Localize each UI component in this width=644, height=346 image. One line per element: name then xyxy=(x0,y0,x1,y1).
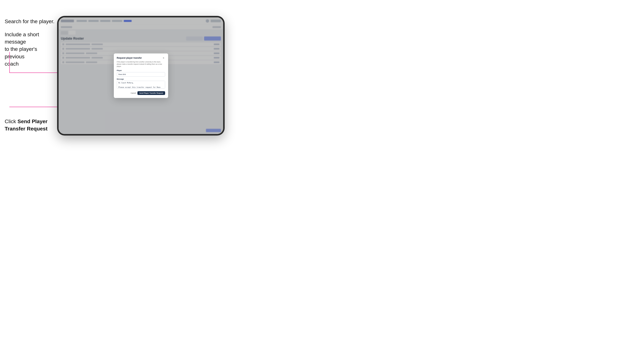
tablet-device: Update Roster xyxy=(57,16,225,136)
player-field-label: Player xyxy=(117,70,165,71)
modal-overlay: Request player transfer × If the player … xyxy=(58,17,223,134)
modal-description: If the player is transferring from anoth… xyxy=(117,61,165,68)
modal-title: Request player transfer xyxy=(117,57,142,59)
request-transfer-modal: Request player transfer × If the player … xyxy=(114,53,168,98)
modal-header: Request player transfer × xyxy=(117,56,165,59)
annotation-search-text: Search for the player. xyxy=(5,18,54,25)
annotation-click-text: Click Send Player Transfer Request xyxy=(5,118,53,132)
message-field-label: Message xyxy=(117,78,165,80)
annotation-message-text: Include a short message to the player's … xyxy=(5,31,53,67)
send-transfer-button[interactable]: Send Player Transfer Request xyxy=(138,91,165,95)
message-textarea[interactable]: Hi Coach McHarg, Please accept this tran… xyxy=(117,81,165,89)
player-input[interactable] xyxy=(117,72,165,77)
modal-actions: Cancel Send Player Transfer Request xyxy=(117,91,165,95)
app-screen: Update Roster xyxy=(58,17,223,134)
arrow-line-vertical-message xyxy=(9,52,10,73)
modal-close-button[interactable]: × xyxy=(162,56,165,59)
cancel-button[interactable]: Cancel xyxy=(131,92,136,94)
tablet-screen: Update Roster xyxy=(58,17,223,134)
